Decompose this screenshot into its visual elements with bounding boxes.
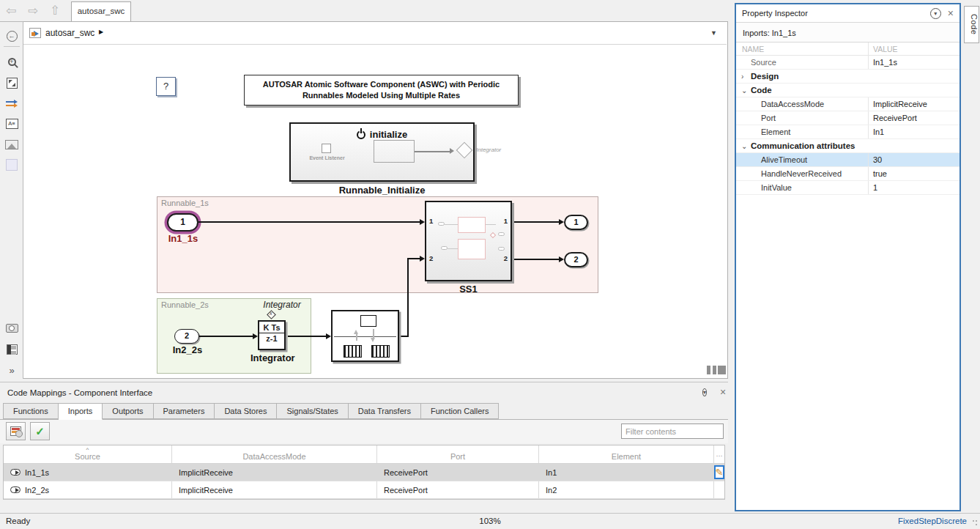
code-side-tab[interactable]: Code [964,6,979,43]
resize-grip[interactable] [972,519,978,527]
wire-in2-to-integrator[interactable] [199,336,254,337]
model-tab[interactable]: autosar_swc [71,1,131,21]
signal-arrows-icon [6,100,18,108]
breadcrumb: autosar_swc ▶ ▼ [23,22,727,45]
ss1-outport2-label: 2 [504,254,508,262]
property-row-source[interactable]: Source In1_1s [736,56,959,70]
column-element[interactable]: Element [539,445,714,463]
breadcrumb-model-name[interactable]: autosar_swc [45,28,94,38]
code-mappings-tabs: Functions Inports Outports Parameters Da… [0,403,728,420]
section-communication-attributes[interactable]: ⌄ Communication attributes [736,139,959,153]
property-row-dataaccessmode[interactable]: DataAccessMode ImplicitReceive [736,97,959,111]
code-mappings-menu-button[interactable]: ▾ [702,387,707,397]
up-to-parent-icon[interactable]: ⇧ [50,3,60,18]
tab-data-transfers[interactable]: Data Transfers [349,403,421,419]
model-file-icon [29,28,41,38]
breadcrumb-caret-icon[interactable]: ▶ [99,29,103,35]
zoom-tool-button[interactable] [4,54,19,69]
wire-integrator-to-rate[interactable] [288,336,327,337]
canvas-grip[interactable] [707,366,710,374]
title-annotation-block[interactable]: AUTOSAR Atomic Software Component (ASWC)… [244,75,519,106]
outport-2[interactable]: 2 [564,252,588,267]
inport-in2-2s[interactable]: 2 [174,329,199,344]
annotation-icon: A≡ [6,119,18,129]
fit-to-view-button[interactable] [4,75,19,90]
chevron-down-icon: ⌄ [741,84,747,97]
runnable-1s-region[interactable]: Runnable_1s [157,196,598,293]
integrator-block[interactable]: K Ts z-1 [258,320,286,350]
runnable-2s-region-label: Runnable_2s [161,300,209,309]
inspector-context: Inports: In1_1s [736,22,959,42]
signal-lines-button[interactable] [4,97,19,111]
tab-inports[interactable]: Inports [59,403,103,420]
wire-into-ss1-port2[interactable] [407,258,420,259]
annotation-button[interactable]: A≡ [4,116,19,131]
area-button[interactable] [4,158,19,172]
section-design[interactable]: › Design [736,70,959,84]
section-code[interactable]: ⌄ Code [736,84,959,97]
model-canvas[interactable]: ? AUTOSAR Atomic Software Component (ASW… [23,45,727,378]
canvas-grip[interactable] [718,366,726,374]
initialize-wire [415,151,451,152]
filter-input[interactable] [621,423,724,439]
runnable-initialize-block[interactable]: initialize Event Listener Integrator [289,122,475,182]
tab-signals-states[interactable]: Signals/States [277,403,348,419]
property-row-alivetimeout[interactable]: AliveTimeout 30 [736,153,959,167]
property-row-port[interactable]: Port ReceivePort [736,111,959,125]
arrowhead [420,219,425,225]
rate-mid-line [334,336,396,337]
tab-parameters[interactable]: Parameters [154,403,215,419]
property-inspector-header: Property Inspector ▾ × [736,4,959,22]
map-defaults-button[interactable] [6,422,26,440]
inport-in1-1s[interactable]: 1 [167,213,198,232]
table-row-in1-1s[interactable]: In1_1s ImplicitReceive ReceivePort In1 ✎ [4,464,724,481]
ss1-thumbnail [448,248,458,249]
screenshot-button[interactable] [4,321,19,336]
property-row-handleneverreceived[interactable]: HandleNeverReceived true [736,167,959,181]
column-port[interactable]: Port [377,445,539,463]
validate-button[interactable]: ✓ [30,422,50,440]
edit-mapping-button[interactable]: ✎ [714,465,725,479]
forward-icon[interactable]: ⇨ [28,3,38,18]
code-mappings-toolbar: ✓ [0,420,728,443]
tab-outports[interactable]: Outports [103,403,153,419]
subsystem-ss1[interactable]: 1 2 1 2 [425,201,512,281]
image-button[interactable] [4,137,19,152]
model-browser-button[interactable] [4,342,19,357]
back-icon[interactable]: ⇦ [6,3,16,18]
column-more[interactable]: ... [714,445,724,463]
outport-1[interactable]: 1 [564,215,588,230]
tab-function-callers[interactable]: Function Callers [421,403,499,419]
column-source[interactable]: ^ Source [4,445,172,463]
runnable-1s-region-label: Runnable_1s [161,199,209,207]
property-inspector-menu-icon[interactable]: ▾ [930,8,941,19]
tab-functions[interactable]: Functions [3,403,59,419]
ss1-thumbnail [490,232,496,238]
tab-data-stores[interactable]: Data Stores [215,403,277,419]
wire-in1-to-ss1[interactable] [198,221,420,223]
wire-ss1-to-out2[interactable] [512,259,560,260]
ss1-thumbnail [498,232,505,236]
code-mappings-title: Code Mappings - Component Interface [7,388,152,397]
solver-link[interactable]: FixedStepDiscrete [898,517,967,525]
rate-transition-block[interactable] [331,310,399,362]
canvas-dropdown-icon[interactable]: ▼ [710,29,717,37]
ss1-inport2-label: 2 [429,254,433,262]
column-dataaccessmode[interactable]: DataAccessMode [172,445,377,463]
property-row-initvalue[interactable]: InitValue 1 [736,181,959,195]
property-inspector-title: Property Inspector [742,9,808,18]
inport-in2-2s-label: In2_2s [167,344,208,355]
expand-palette-button[interactable]: » [4,363,19,377]
property-row-element[interactable]: Element In1 [736,125,959,139]
event-listener-block [322,144,331,153]
ss1-thumbnail [438,222,445,226]
help-block[interactable]: ? [156,77,176,96]
wire-rate-vertical[interactable] [407,258,409,337]
wire-ss1-to-out1[interactable] [512,221,560,223]
canvas-grip[interactable] [713,366,716,374]
table-row-in2-2s[interactable]: In2_2s ImplicitReceive ReceivePort In2 [4,481,724,499]
hide-explorer-bar-button[interactable]: ← [4,29,19,43]
code-mappings-close-icon[interactable]: × [720,388,726,396]
property-inspector-close-icon[interactable]: × [948,9,954,18]
integrator-numerator: K Ts [259,322,284,333]
